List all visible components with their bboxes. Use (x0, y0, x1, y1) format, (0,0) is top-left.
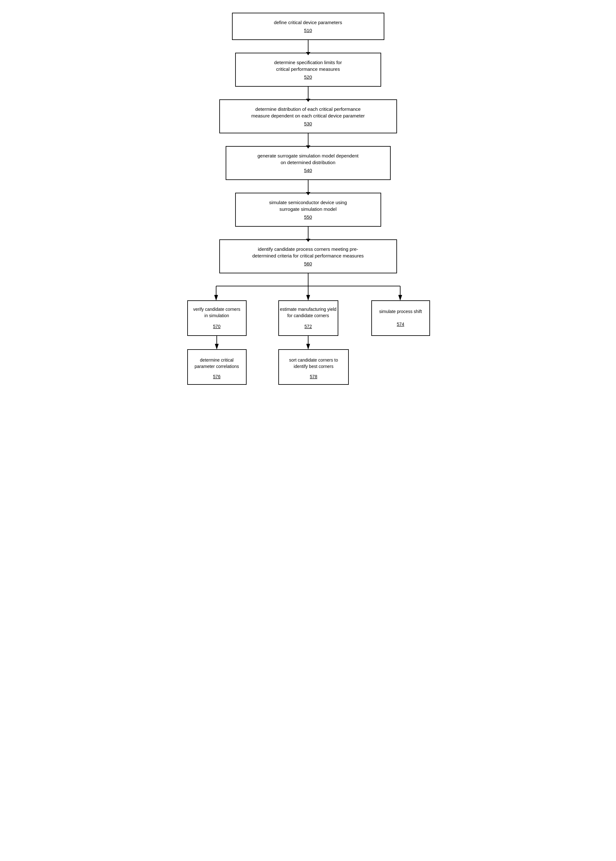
arrow-550-560 (308, 227, 308, 239)
box-510-label: define critical device parameters (240, 19, 376, 26)
svg-text:570: 570 (213, 324, 220, 329)
box-560: identify candidate process corners meeti… (219, 239, 397, 273)
svg-text:in simulation: in simulation (204, 313, 229, 318)
branch-svg: verify candidate corners in simulation 5… (184, 273, 432, 375)
box-520: determine specification limits forcritic… (235, 53, 381, 87)
svg-rect-8 (187, 301, 246, 335)
svg-text:578: 578 (310, 374, 317, 379)
box-530: determine distribution of each critical … (219, 99, 397, 133)
box-510: define critical device parameters 510 (232, 13, 384, 40)
box-540: generate surrogate simulation model depe… (226, 146, 391, 180)
box-540-code: 540 (234, 167, 382, 174)
arrow-510-520 (308, 40, 308, 53)
arrow-520-530 (308, 87, 308, 99)
svg-text:for candidate corners: for candidate corners (287, 313, 329, 318)
svg-text:estimate manufacturing yield: estimate manufacturing yield (280, 307, 336, 312)
box-530-code: 530 (228, 120, 389, 127)
box-550: simulate semiconductor device usingsurro… (235, 193, 381, 227)
svg-text:identify best corners: identify best corners (294, 364, 333, 369)
svg-text:572: 572 (304, 324, 312, 329)
svg-marker-5 (306, 295, 310, 301)
svg-rect-16 (372, 301, 430, 335)
svg-marker-22 (306, 344, 310, 349)
branch-svg-wrapper: verify candidate corners in simulation 5… (184, 273, 432, 376)
svg-text:verify candidate corners: verify candidate corners (193, 307, 240, 312)
svg-marker-20 (215, 344, 218, 349)
diagram-container: define critical device parameters 510 de… (184, 13, 432, 376)
box-540-label: generate surrogate simulation model depe… (234, 153, 382, 166)
box-560-code: 560 (228, 260, 389, 267)
svg-text:574: 574 (397, 322, 404, 327)
svg-text:parameter correlations: parameter correlations (194, 364, 239, 369)
svg-text:simulate process shift: simulate process shift (379, 309, 422, 314)
box-560-label: identify candidate process corners meeti… (228, 246, 389, 259)
box-550-label: simulate semiconductor device usingsurro… (244, 199, 373, 212)
svg-rect-12 (279, 301, 338, 335)
box-550-code: 550 (244, 214, 373, 220)
box-510-code: 510 (240, 27, 376, 34)
box-530-label: determine distribution of each critical … (228, 106, 389, 119)
svg-marker-7 (398, 295, 402, 301)
box-520-label: determine specification limits forcritic… (244, 59, 373, 72)
arrow-530-540 (308, 133, 308, 146)
svg-text:determine critical: determine critical (200, 357, 234, 362)
box-520-code: 520 (244, 74, 373, 80)
svg-marker-3 (214, 295, 218, 301)
svg-text:576: 576 (213, 374, 220, 379)
arrow-540-550 (308, 180, 308, 193)
svg-text:sort candidate corners to: sort candidate corners to (289, 357, 338, 362)
